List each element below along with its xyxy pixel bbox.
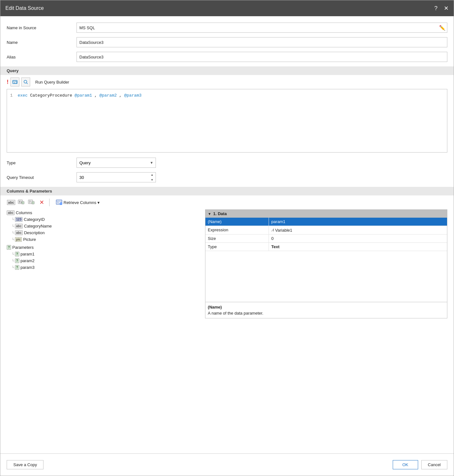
retrieve-columns-label: Retrieve Columns [63,200,96,205]
save-copy-button[interactable]: Save a Copy [7,460,43,469]
timeout-increment-button[interactable]: ▲ [149,172,155,177]
properties-empty-area [205,251,447,302]
timeout-spinner-wrapper: ▲ ▼ [77,172,156,182]
props-desc-text: A name of the data parameter. [208,311,444,316]
alias-input[interactable] [77,52,447,62]
tree-item-categoryid[interactable]: └ 123 CategoryID [7,216,205,223]
dialog-body: Name in Source ✏️ Name Alias Query ! [0,16,454,453]
tree-column: abc Columns └ 123 CategoryID └ abc Categ… [7,209,205,318]
tree-item-picture[interactable]: └ pic Picture [7,236,205,243]
tree-item-categoryname[interactable]: └ abc CategoryName [7,223,205,229]
props-val-size: 0 [269,235,447,242]
tree-item-description[interactable]: └ abc Description [7,229,205,236]
properties-panel: ▼ 1. Data (Name) param1 Expression 𝐴 Va [205,209,447,318]
title-bar: Edit Data Source ? ✕ [0,0,454,16]
edit-query-icon[interactable] [10,78,19,86]
svg-text:+: + [22,202,23,204]
columns-params-header: Columns & Parameters [0,187,454,195]
description-icon: abc [15,230,23,235]
add-column-icon[interactable]: abc [7,198,16,207]
properties-group-header: ▼ 1. Data [205,210,447,218]
svg-text:+: + [32,202,34,204]
props-key-expression: Expression [205,226,269,234]
svg-text:?: ? [29,201,30,204]
run-query-label: Run Query Builder [35,80,69,85]
timeout-label: Query Timeout [7,175,77,180]
type-select-wrapper: Query Table StoredProcedure ▼ [77,158,156,168]
type-select[interactable]: Query Table StoredProcedure [77,158,156,168]
close-button[interactable]: ✕ [444,5,449,11]
tree-item-param2[interactable]: └ ? param2 [7,257,205,264]
categoryid-label: CategoryID [24,217,45,222]
props-key-type: Type [205,243,269,251]
alias-label: Alias [7,55,77,59]
run-query-button[interactable]: Run Query Builder [32,78,72,86]
param3-icon: ? [15,265,19,270]
props-val-type: Text [269,243,447,251]
query-section-header: Query [0,66,454,75]
props-val-expression: 𝐴 Variable1 [269,226,447,234]
name-in-source-row: Name in Source ✏️ [7,23,447,33]
dialog-footer: Save a Copy OK Cancel [0,453,454,476]
type-label: Type [7,160,77,165]
svg-line-5 [27,83,28,84]
svg-point-4 [24,80,27,83]
ok-button[interactable]: OK [393,460,418,469]
name-input[interactable] [77,37,447,47]
query-toolbar: ! Run Query Builder [7,75,447,89]
tree-parameters-root[interactable]: ? Parameters [7,244,205,251]
picture-icon: pic [15,237,22,242]
param2-icon: ? [15,258,19,263]
tree-item-param1[interactable]: └ ? param1 [7,251,205,257]
props-row-expression[interactable]: Expression 𝐴 Variable1 [205,226,447,235]
query-editor[interactable]: 1 exec CategoryProcedure @param1 , @para… [7,89,447,153]
name-row: Name [7,37,447,47]
sql-keyword-exec: exec [18,93,28,98]
name-in-source-label: Name in Source [7,25,77,30]
timeout-spinner-arrows: ▲ ▼ [149,172,155,182]
columns-properties-layout: abc Columns └ 123 CategoryID └ abc Categ… [7,209,447,318]
name-label: Name [7,40,77,45]
delete-icon[interactable]: ✕ [37,198,46,207]
add-param-icon[interactable]: ? + [27,198,36,207]
categoryid-icon: 123 [15,217,23,222]
retrieve-columns-button[interactable]: Retrieve Columns ▾ [53,198,103,207]
params-root-icon: ? [7,245,11,250]
name-in-source-field-wrapper: ✏️ [77,23,447,33]
param2-label: param2 [21,258,35,263]
props-key-name: (Name) [205,218,269,226]
columns-root-label: Columns [16,210,32,215]
footer-right-buttons: OK Cancel [393,460,447,469]
warning-icon: ! [7,79,9,85]
properties-description: (Name) A name of the data parameter. [205,302,447,318]
props-desc-title: (Name) [208,305,444,309]
timeout-decrement-button[interactable]: ▼ [149,177,155,182]
props-row-type[interactable]: Type Text [205,243,447,251]
line-number: 1 [10,93,13,98]
expression-type-icon: 𝐴 [271,228,274,233]
timeout-input[interactable] [77,172,156,182]
type-row: Type Query Table StoredProcedure ▼ [7,158,447,168]
columns-toolbar: abc fx + ? + ✕ [7,195,447,209]
edit-data-source-dialog: Edit Data Source ? ✕ Name in Source ✏️ N… [0,0,454,476]
param1-label: param1 [21,252,35,256]
columns-root-icon: abc [7,210,15,215]
add-expression-icon[interactable]: fx + [17,198,26,207]
categoryname-label: CategoryName [24,224,52,228]
props-row-name[interactable]: (Name) param1 [205,218,447,226]
props-key-size: Size [205,235,269,242]
name-in-source-input[interactable] [77,23,447,33]
tree-item-param3[interactable]: └ ? param3 [7,264,205,271]
categoryname-icon: abc [15,224,23,228]
search-query-icon[interactable] [21,78,30,86]
name-in-source-edit-icon[interactable]: ✏️ [439,25,445,31]
cancel-button[interactable]: Cancel [421,460,447,469]
param1-icon: ? [15,252,19,256]
help-button[interactable]: ? [434,5,437,11]
retrieve-dropdown-icon[interactable]: ▾ [97,200,100,205]
description-label: Description [24,230,45,235]
toolbar-separator [49,199,50,206]
title-bar-actions: ? ✕ [434,5,449,11]
tree-columns-root[interactable]: abc Columns [7,209,205,216]
props-row-size[interactable]: Size 0 [205,235,447,243]
